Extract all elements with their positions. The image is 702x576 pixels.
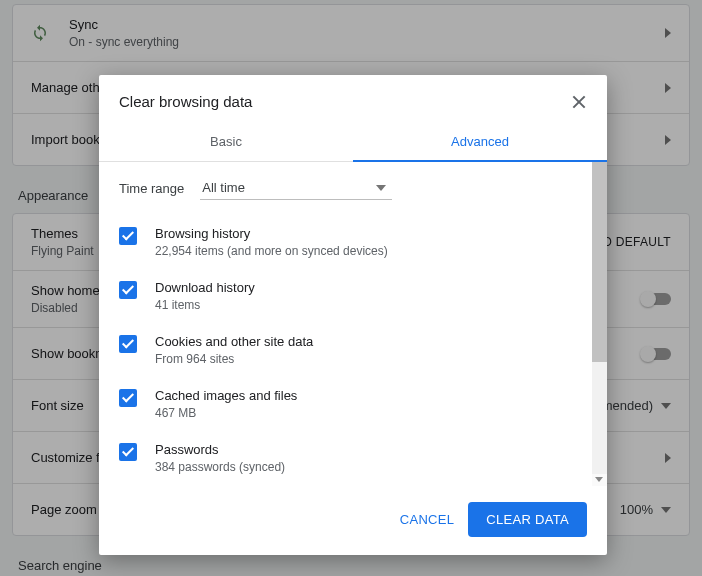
cancel-button[interactable]: CANCEL [400, 512, 455, 527]
time-range-select[interactable]: All time [200, 176, 392, 200]
option-title: Cookies and other site data [155, 334, 313, 349]
checkbox-checked-icon[interactable] [119, 335, 137, 353]
time-range-label: Time range [119, 181, 184, 196]
option-subtitle: From 964 sites [155, 352, 313, 366]
time-range-value: All time [202, 180, 245, 195]
option-browsing-history[interactable]: Browsing history 22,954 items (and more … [119, 216, 597, 270]
clear-data-button[interactable]: CLEAR DATA [468, 502, 587, 537]
tab-basic[interactable]: Basic [99, 124, 353, 161]
clear-browsing-data-dialog: Clear browsing data Basic Advanced Time … [99, 75, 607, 555]
option-subtitle: 41 items [155, 298, 255, 312]
option-download-history[interactable]: Download history 41 items [119, 270, 597, 324]
dialog-title: Clear browsing data [119, 93, 571, 110]
checkbox-checked-icon[interactable] [119, 389, 137, 407]
scrollbar-down-button[interactable] [592, 474, 607, 486]
close-icon[interactable] [571, 94, 587, 110]
dialog-body: Time range All time Browsing history 22,… [99, 162, 607, 486]
tab-advanced[interactable]: Advanced [353, 124, 607, 161]
dialog-tabs: Basic Advanced [99, 124, 607, 162]
option-title: Download history [155, 280, 255, 295]
checkbox-checked-icon[interactable] [119, 443, 137, 461]
option-subtitle: 467 MB [155, 406, 297, 420]
option-title: Browsing history [155, 226, 388, 241]
option-subtitle: 22,954 items (and more on synced devices… [155, 244, 388, 258]
chevron-down-icon [376, 185, 386, 191]
checkbox-checked-icon[interactable] [119, 281, 137, 299]
option-subtitle: 384 passwords (synced) [155, 460, 285, 474]
option-title: Cached images and files [155, 388, 297, 403]
option-cached-files[interactable]: Cached images and files 467 MB [119, 378, 597, 432]
option-title: Passwords [155, 442, 285, 457]
option-passwords[interactable]: Passwords 384 passwords (synced) [119, 432, 597, 486]
checkbox-checked-icon[interactable] [119, 227, 137, 245]
scrollbar-thumb[interactable] [592, 162, 607, 362]
option-cookies[interactable]: Cookies and other site data From 964 sit… [119, 324, 597, 378]
